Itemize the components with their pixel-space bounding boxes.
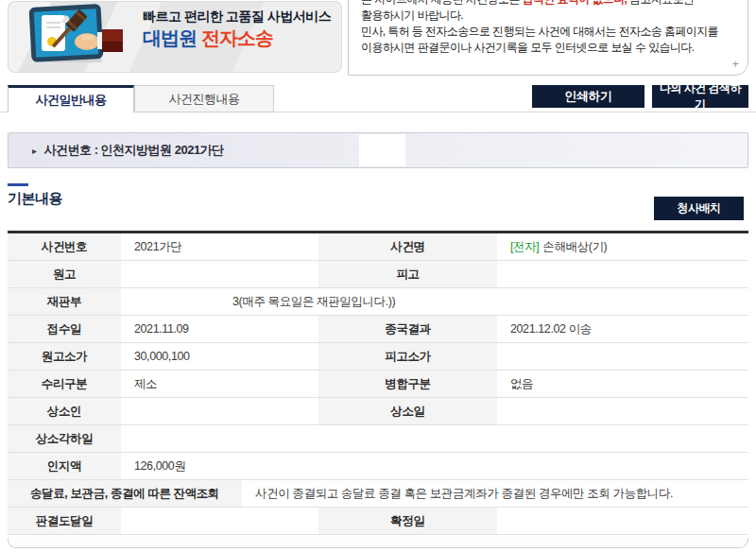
row-value [499, 343, 748, 370]
row-value: 없음 [499, 371, 748, 397]
redaction-patch [359, 134, 405, 166]
row-label: 확정일 [317, 508, 499, 534]
notice-line1-red: 법적인 효력이 없으니, [523, 0, 627, 6]
table-row-court-division: 재판부 3(매주 목요일은 재판일입니다.)) [8, 288, 748, 316]
notice-line-4: 이용하시면 판결문이나 사건기록을 모두 인터넷으로 보실 수 있습니다. [361, 40, 735, 56]
row-label: 사건번호 [8, 233, 123, 260]
row-value [123, 261, 317, 287]
court-gavel-logo-icon [23, 4, 123, 64]
arrow-icon: ▸ [32, 146, 37, 156]
notice-line1-post: 참고자료로만 [627, 0, 694, 6]
row-label: 인지액 [8, 453, 123, 479]
row-label: 병합구분 [317, 371, 499, 397]
panel-bottom-edge [8, 538, 748, 548]
table-row-appeal-dismissal-date: 상소각하일 [8, 425, 748, 453]
row-value: 제소 [123, 371, 317, 397]
row-value [499, 398, 748, 424]
row-value [123, 398, 317, 424]
table-row-stamp-fee: 인지액 126,000원 [8, 453, 748, 480]
row-value: 30,000,100 [123, 343, 317, 370]
row-value: 사건이 종결되고 송달료 종결 혹은 보관금계좌가 종결된 경우에만 조회 가능… [244, 480, 748, 507]
row-label: 재판부 [8, 288, 123, 315]
table-row-appellant: 상소인 상소일 [8, 398, 748, 425]
table-row-judgment-dates: 판결도달일 확정일 [8, 508, 748, 535]
row-label: 피고소가 [317, 343, 499, 370]
section-accent-dash [8, 183, 28, 186]
slogan-text: 빠르고 편리한 고품질 사법서비스 [143, 9, 331, 26]
row-value: 2021가단 [123, 233, 317, 260]
brand-blue-text: 대법원 [143, 27, 197, 48]
table-row-filing-date: 접수일 2021.11.09 종국결과 2021.12.02 이송 [8, 316, 748, 343]
row-label: 수리구분 [8, 371, 123, 397]
tab-case-progress[interactable]: 사건진행내용 [134, 85, 274, 112]
row-value: [전자]손해배상(기) [499, 233, 748, 260]
row-label: 피고 [317, 261, 499, 287]
row-value: 2021.12.02 이송 [499, 316, 748, 342]
row-label: 상소각하일 [8, 425, 123, 452]
notice-text: 본 사이트에서 제공된 사건정보는 법적인 효력이 없으니, 참고자료로만 활용… [349, 0, 747, 56]
table-row-case-number: 사건번호 2021가단 사건명 [전자]손해배상(기) [8, 233, 748, 261]
tab-case-general[interactable]: 사건일반내용 [8, 85, 134, 112]
row-label: 상소일 [317, 398, 499, 424]
print-button[interactable]: 인쇄하기 [532, 85, 644, 108]
row-value [123, 425, 748, 452]
row-label: 원고소가 [8, 343, 123, 370]
notice-line-1: 본 사이트에서 제공된 사건정보는 법적인 효력이 없으니, 참고자료로만 [361, 0, 735, 8]
case-number-text: ▸ 사건번호 : 인천지방법원 2021가단 [32, 133, 224, 167]
row-value: 2021.11.09 [123, 316, 317, 342]
page: 빠르고 편리한 고품질 사법서비스 대법원전자소송 본 사이트에서 제공된 사건… [0, 0, 756, 552]
notice-line1-pre: 본 사이트에서 제공된 사건정보는 [361, 0, 523, 6]
row-value [123, 508, 317, 534]
notice-line-3: 민사, 특허 등 전자소송으로 진행되는 사건에 대해서는 전자소송 홈페이지를 [361, 24, 735, 40]
case-name-text: 손해배상(기) [542, 239, 607, 255]
table-row-claim-amount: 원고소가 30,000,100 피고소가 [8, 343, 748, 371]
table-row-acceptance-type: 수리구분 제소 병합구분 없음 [8, 371, 748, 398]
notice-box: 본 사이트에서 제공된 사건정보는 법적인 효력이 없으니, 참고자료로만 활용… [348, 0, 748, 76]
table-row-parties: 원고 피고 [8, 261, 748, 288]
courthouse-layout-button[interactable]: 청사배치 [654, 197, 744, 220]
expand-plus-icon[interactable]: + [731, 58, 739, 70]
notice-line-2: 활용하시기 바랍니다. [361, 8, 735, 24]
row-label: 종국결과 [317, 316, 499, 342]
electronic-tag: [전자] [510, 239, 539, 255]
row-label: 사건명 [317, 233, 499, 260]
table-row-balance-inquiry: 송달료, 보관금, 종결에 따른 잔액조회 사건이 종결되고 송달료 종결 혹은… [8, 480, 748, 508]
section-title: 기본내용 [8, 190, 62, 208]
row-label: 송달료, 보관금, 종결에 따른 잔액조회 [8, 480, 244, 507]
row-value: 126,000원 [123, 453, 748, 479]
case-number-value: 사건번호 : 인천지방법원 2021가단 [44, 142, 224, 159]
row-value [499, 508, 748, 534]
my-case-search-button[interactable]: 나의 사건 검색하기 [652, 85, 748, 108]
row-label: 상소인 [8, 398, 123, 424]
case-number-bar: ▸ 사건번호 : 인천지방법원 2021가단 [8, 132, 748, 168]
brand-red-text: 전자소송 [201, 27, 273, 48]
row-label: 원고 [8, 261, 123, 287]
row-label: 접수일 [8, 316, 123, 342]
row-label: 판결도달일 [8, 508, 123, 534]
row-value [499, 261, 748, 287]
row-value: 3(매주 목요일은 재판일입니다.)) [123, 288, 748, 315]
basic-info-table: 사건번호 2021가단 사건명 [전자]손해배상(기) 원고 피고 재판부 3(… [8, 231, 748, 535]
logo-card: 빠르고 편리한 고품질 사법서비스 대법원전자소송 [8, 1, 342, 73]
brand-title: 대법원전자소송 [143, 26, 273, 51]
